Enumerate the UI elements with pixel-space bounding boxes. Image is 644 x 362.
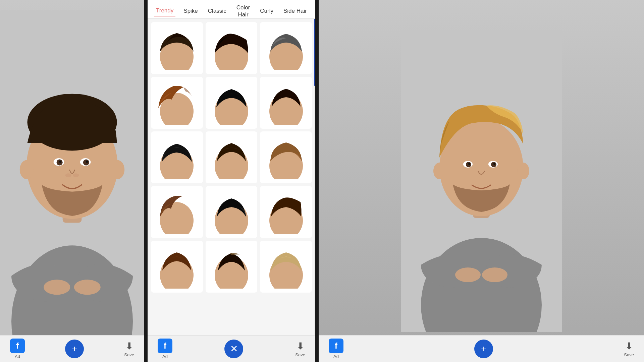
svg-point-42	[433, 163, 445, 179]
svg-point-12	[73, 173, 79, 177]
center-ad-label: Ad	[162, 354, 168, 359]
right-save-icon: ⬇	[625, 341, 633, 352]
left-divider	[144, 0, 148, 362]
svg-point-43	[517, 163, 529, 179]
left-photo-panel: f Ad + ⬇ Save	[0, 0, 144, 362]
left-add-button[interactable]: +	[65, 340, 84, 358]
svg-point-9	[59, 161, 62, 163]
hair-style-3[interactable]	[260, 22, 312, 74]
tab-color-hair[interactable]: ColorHair	[234, 3, 252, 19]
left-save-icon: ⬇	[125, 341, 133, 352]
left-save-button[interactable]: ⬇ Save	[124, 341, 134, 357]
right-add-button[interactable]: +	[474, 340, 493, 358]
hair-style-15[interactable]	[260, 241, 312, 293]
center-save-icon: ⬇	[297, 341, 304, 352]
center-panel: Trendy Spike Classic ColorHair Curly Sid…	[148, 0, 315, 362]
right-ad-label: Ad	[333, 354, 339, 359]
tab-trendy[interactable]: Trendy	[154, 6, 175, 16]
center-save-label: Save	[295, 352, 305, 357]
hair-style-12[interactable]	[260, 186, 312, 238]
left-ad-label: Ad	[15, 354, 20, 359]
hair-grid-wrapper[interactable]	[148, 19, 315, 296]
hair-style-14[interactable]	[206, 241, 258, 293]
svg-point-16	[74, 280, 101, 295]
hair-style-10[interactable]	[151, 186, 203, 238]
left-ad-button[interactable]: f Ad	[10, 339, 25, 359]
right-save-label: Save	[624, 352, 634, 357]
left-facebook-icon: f	[10, 339, 25, 353]
center-close-button[interactable]: ✕	[224, 340, 243, 358]
center-bottom-bar: f Ad ✕ ⬇ Save	[148, 335, 315, 362]
hair-style-9[interactable]	[260, 131, 312, 183]
svg-point-14	[111, 160, 124, 179]
hair-style-2[interactable]	[206, 22, 258, 74]
right-save-button[interactable]: ⬇ Save	[624, 341, 634, 357]
hair-style-11[interactable]	[206, 186, 258, 238]
svg-point-41	[493, 163, 495, 165]
tab-classic[interactable]: Classic	[206, 6, 228, 16]
hair-style-4[interactable]	[151, 77, 203, 129]
svg-point-13	[20, 160, 34, 179]
hair-style-6[interactable]	[260, 77, 312, 129]
hair-style-13[interactable]	[151, 241, 203, 293]
hair-style-5[interactable]	[206, 77, 258, 129]
right-bottom-bar: f Ad + ⬇ Save	[319, 335, 644, 362]
left-person-image	[0, 0, 144, 362]
svg-point-44	[455, 267, 481, 282]
svg-point-11	[65, 173, 71, 177]
nav-tabs: Trendy Spike Classic ColorHair Curly Sid…	[148, 0, 315, 19]
svg-point-45	[482, 267, 507, 282]
right-facebook-icon: f	[329, 339, 343, 353]
center-ad-button[interactable]: f Ad	[158, 339, 172, 359]
hair-style-8[interactable]	[206, 131, 258, 183]
tab-side-hair[interactable]: Side Hair	[281, 6, 309, 16]
right-person-image	[319, 0, 644, 362]
scroll-indicator	[314, 19, 315, 86]
tab-curly[interactable]: Curly	[258, 6, 275, 16]
hair-grid	[151, 22, 312, 293]
svg-point-40	[468, 163, 470, 165]
left-save-label: Save	[124, 352, 134, 357]
right-photo-panel: f Ad + ⬇ Save	[319, 0, 644, 362]
center-save-button[interactable]: ⬇ Save	[295, 341, 305, 357]
svg-point-10	[86, 161, 88, 163]
tab-spike[interactable]: Spike	[181, 6, 200, 16]
center-facebook-icon: f	[158, 339, 172, 353]
svg-point-15	[44, 280, 70, 295]
hair-style-1[interactable]	[151, 22, 203, 74]
right-divider	[315, 0, 319, 362]
right-ad-button[interactable]: f Ad	[329, 339, 343, 359]
hair-style-7[interactable]	[151, 131, 203, 183]
